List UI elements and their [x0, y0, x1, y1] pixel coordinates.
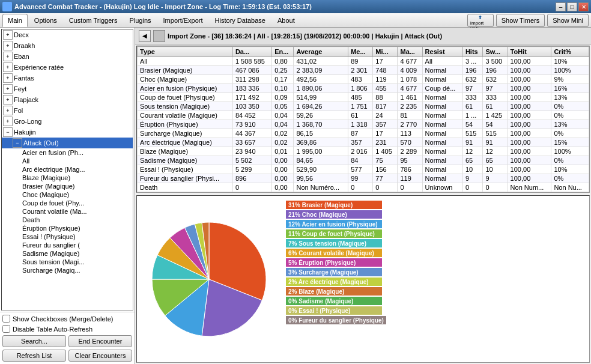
column-header[interactable]: Hits [462, 47, 483, 57]
tree-expander[interactable]: + [3, 106, 13, 115]
table-row[interactable]: All1 508 5850,80431,0289174 677All3 ...3… [138, 57, 589, 66]
table-cell: Acier en fusion (Physique) [138, 84, 233, 93]
tree-item[interactable]: Choc (Magique) [2, 190, 133, 199]
tree-expander[interactable]: + [3, 73, 13, 83]
table-cell: 100,00 [508, 138, 551, 147]
table-cell: 786 [398, 165, 422, 174]
minimize-button[interactable]: – [556, 2, 566, 11]
clear-encounters-button[interactable]: Clear Encounters [68, 350, 132, 362]
table-row[interactable]: Brasier (Magique)467 0860,252 383,092 30… [138, 66, 589, 75]
tab-import-export[interactable]: Import/Export [158, 14, 208, 27]
show-checkboxes-row: Show Checkboxes (Merge/Delete) [2, 315, 132, 323]
tree-item[interactable]: +Fantas [2, 73, 133, 83]
tree-item[interactable]: +Fol [2, 105, 133, 116]
tree-item[interactable]: Sous tension (Magi... [2, 258, 133, 266]
tree-item[interactable]: Courant volatile (Ma... [2, 207, 133, 216]
data-table-wrapper[interactable]: TypeDa...En...AverageMe...Mi...Ma...Resi… [136, 46, 590, 193]
table-row[interactable]: Surcharge (Magique)44 3670,0286,15871711… [138, 129, 589, 138]
tree-item[interactable]: Éruption (Physique) [2, 224, 133, 232]
tree-expander[interactable]: + [3, 52, 13, 61]
encounter-tree[interactable]: +Decx+Draakh+Eban+Expérience ratée+Fanta… [1, 29, 133, 311]
tab-options[interactable]: Options [29, 14, 62, 27]
end-encounter-button[interactable]: End Encounter [68, 335, 132, 347]
table-row[interactable]: Choc (Magique)311 2980,17492,564831191 0… [138, 75, 589, 84]
nav-prev-button[interactable]: ◀ [139, 30, 151, 42]
table-row[interactable]: Arc électrique (Magique)33 6570,02369,86… [138, 138, 589, 147]
tree-item[interactable]: Surcharge (Magiq... [2, 266, 133, 275]
tree-item[interactable]: −Hakujin [2, 127, 133, 138]
tree-item[interactable]: Arc électrique (Mag... [2, 165, 133, 174]
column-header[interactable]: En... [272, 47, 294, 57]
tree-item[interactable]: Fureur du sanglier ( [2, 241, 133, 249]
table-row[interactable]: Fureur du sanglier (Physi...8960,0099,56… [138, 174, 589, 183]
column-header[interactable]: Ma... [398, 47, 422, 57]
table-row[interactable]: Coup de fouet (Physique)171 4920,09514,9… [138, 93, 589, 102]
tree-expander[interactable]: − [3, 127, 13, 137]
table-row[interactable]: Acier en fusion (Physique)183 3360,101 8… [138, 84, 589, 93]
tree-expander[interactable]: + [3, 117, 13, 126]
table-row[interactable]: Essai ! (Physique)5 2990,00529,905771567… [138, 165, 589, 174]
tab-main[interactable]: Main [2, 14, 28, 27]
tree-expander[interactable]: + [3, 95, 13, 105]
tree-expander[interactable]: − [13, 138, 22, 148]
tree-item[interactable]: +Draakh [2, 40, 133, 51]
maximize-button[interactable]: □ [567, 2, 577, 11]
show-mini-button[interactable]: Show Mini [547, 14, 589, 27]
column-header[interactable]: Average [294, 47, 348, 57]
tree-expander[interactable]: + [3, 84, 13, 94]
tree-expander[interactable]: + [3, 62, 13, 72]
table-cell: 333 [462, 93, 483, 102]
legend-item: 6% Courant volatile (Magique) [286, 249, 584, 257]
disable-auto-refresh-row: Disable Table Auto-Refresh [2, 325, 132, 333]
disable-auto-refresh-checkbox[interactable] [2, 325, 10, 333]
table-row[interactable]: Sadisme (Magique)5 5020,0084,65847595Nor… [138, 156, 589, 165]
tree-item[interactable]: Sadisme (Magique) [2, 249, 133, 258]
close-button[interactable]: ✕ [578, 2, 589, 11]
column-header[interactable]: ToHit [508, 47, 551, 57]
column-header[interactable]: Resist [422, 47, 462, 57]
column-header[interactable]: Sw... [483, 47, 508, 57]
tree-item[interactable]: +Feyt [2, 83, 133, 94]
table-row[interactable]: Blaze (Magique)23 9400,011 995,002 0161 … [138, 147, 589, 156]
table-cell: 61 [483, 102, 508, 111]
show-timers-button[interactable]: Show Timers [496, 14, 545, 27]
tree-item[interactable]: Essai ! (Physique) [2, 232, 133, 241]
tree-item[interactable]: +Gro-Long [2, 116, 133, 127]
refresh-list-button[interactable]: Refresh List [2, 350, 66, 362]
tree-item[interactable]: Death [2, 216, 133, 224]
tab-plugins[interactable]: Plugins [124, 14, 156, 27]
import-xml-button[interactable]: ⬆ Import XML [467, 14, 494, 27]
tree-item[interactable]: Brasier (Magique) [2, 182, 133, 190]
table-row[interactable]: Éruption (Physique)73 9100,041 368,701 3… [138, 120, 589, 129]
column-header[interactable]: Crit% [551, 47, 589, 57]
tab-custom-triggers[interactable]: Custom Triggers [64, 14, 123, 27]
tree-item[interactable]: +Expérience ratée [2, 62, 133, 73]
tree-expander[interactable]: + [3, 30, 13, 40]
table-cell: 311 298 [232, 75, 271, 84]
tree-item[interactable]: Blaze (Magique) [2, 174, 133, 182]
tree-expander[interactable]: + [3, 41, 13, 50]
table-row[interactable]: Death00,00Non Numéro...000Unknown00Non N… [138, 183, 589, 192]
table-cell: 483 [348, 75, 373, 84]
table-cell: 196 [483, 66, 508, 75]
tree-item[interactable]: Acier en fusion (Ph... [2, 148, 133, 157]
search-button[interactable]: Search... [2, 335, 66, 347]
tab-about[interactable]: About [272, 14, 300, 27]
table-cell: 87 [348, 129, 373, 138]
tree-item[interactable]: Coup de fouet (Phy... [2, 199, 133, 207]
tree-item[interactable]: +Eban [2, 51, 133, 62]
tree-item[interactable]: All [2, 157, 133, 165]
table-cell: 0,00 [272, 183, 294, 192]
show-checkboxes-checkbox[interactable] [2, 315, 10, 323]
table-row[interactable]: Courant volatile (Magique)84 4520,0459,2… [138, 111, 589, 120]
tab-history-database[interactable]: History Database [210, 14, 271, 27]
column-header[interactable]: Da... [232, 47, 271, 57]
tree-item[interactable]: +Flapjack [2, 94, 133, 105]
column-header[interactable]: Type [138, 47, 233, 57]
left-panel: +Decx+Draakh+Eban+Expérience ratée+Fanta… [0, 28, 135, 364]
tree-item[interactable]: −Attack (Out) [2, 138, 133, 148]
tree-item[interactable]: +Decx [2, 29, 133, 40]
column-header[interactable]: Me... [348, 47, 373, 57]
column-header[interactable]: Mi... [373, 47, 398, 57]
table-row[interactable]: Sous tension (Magique)103 3500,051 694,2… [138, 102, 589, 111]
